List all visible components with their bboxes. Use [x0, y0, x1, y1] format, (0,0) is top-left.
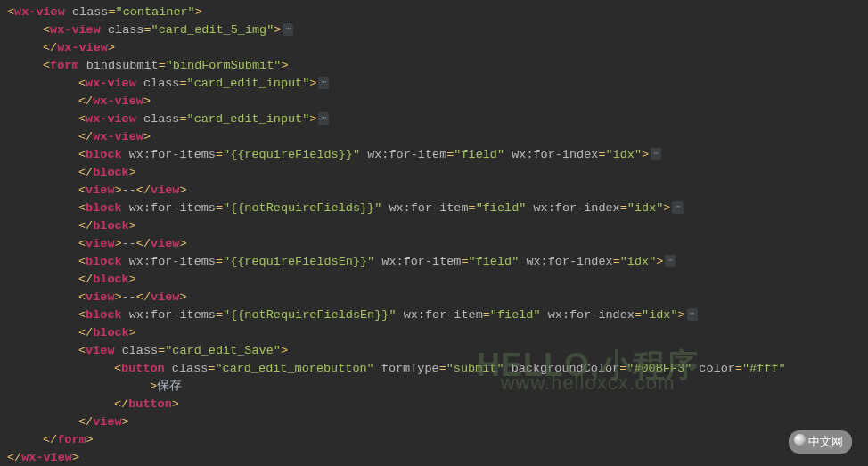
code-editor[interactable]: <wx-view class="container"> <wx-view cla… [7, 4, 861, 466]
code-line: </block> [7, 324, 861, 342]
code-line: <wx-view class="card_edit_input">⋯ [7, 75, 861, 93]
fold-icon[interactable]: ⋯ [672, 201, 683, 214]
code-line: <form bindsubmit="bindFormSubmit"> [7, 57, 861, 75]
fold-icon[interactable]: ⋯ [283, 23, 293, 36]
code-line: <wx-view class="card_edit_5_img">⋯ [7, 21, 861, 39]
code-line: <button class="card_edit_morebutton" for… [7, 360, 861, 378]
badge-label: 中文网 [808, 435, 843, 448]
code-line: <block wx:for-items="{{notRequireFieldsE… [7, 307, 861, 324]
fold-icon[interactable]: ⋯ [318, 77, 329, 89]
code-line: <view>--</view> [7, 182, 861, 200]
code-line: </wx-view> [7, 449, 861, 466]
code-line: <view class="card_edit_Save"> [7, 342, 861, 360]
code-line: </block> [7, 164, 861, 182]
code-line: </block> [7, 217, 861, 235]
code-line: <wx-view class="card_edit_input">⋯ [7, 110, 861, 128]
code-line: </wx-view> [7, 39, 861, 57]
code-line: <view>--</view> [7, 289, 861, 307]
code-line: <view>--</view> [7, 235, 861, 253]
code-line: <block wx:for-items="{{notRequireFields}… [7, 200, 861, 217]
code-line: </wx-view> [7, 93, 861, 110]
code-line: </wx-view> [7, 128, 861, 146]
code-line: </button> [7, 396, 861, 413]
fold-icon[interactable]: ⋯ [665, 255, 676, 267]
fold-icon[interactable]: ⋯ [318, 112, 329, 125]
site-badge: 中文网 [789, 430, 852, 454]
code-line: </view> [7, 413, 861, 431]
fold-icon[interactable]: ⋯ [651, 148, 661, 160]
code-line: <block wx:for-items="{{requireFieldsEn}}… [7, 253, 861, 271]
fold-icon[interactable]: ⋯ [687, 308, 698, 321]
code-line: <wx-view class="container"> [7, 4, 861, 21]
code-line: >保存 [7, 378, 861, 396]
code-line: </form> [7, 431, 861, 449]
code-line: </block> [7, 271, 861, 289]
code-line: <block wx:for-items="{{requireFields}}" … [7, 146, 861, 164]
